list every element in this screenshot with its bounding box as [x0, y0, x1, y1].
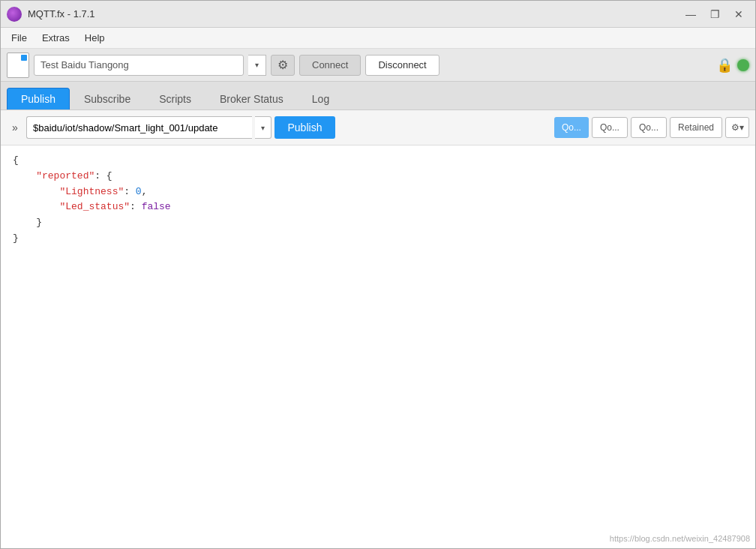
disconnect-button[interactable]: Disconnect [365, 55, 439, 76]
new-connection-button[interactable] [7, 52, 29, 78]
menu-bar: File Extras Help [1, 28, 755, 49]
restore-button[interactable]: ❐ [704, 7, 725, 22]
editor-area[interactable]: { "reported": { "Lightness": 0, "Led_sta… [1, 146, 755, 548]
topic-bar: » ▾ Publish Qo... Qo... Qo... Retained ⚙… [1, 110, 755, 146]
qos0-button[interactable]: Qo... [554, 117, 589, 138]
tab-broker-status[interactable]: Broker Status [206, 88, 298, 110]
close-button[interactable]: ✕ [728, 7, 749, 22]
menu-help[interactable]: Help [77, 29, 112, 46]
topic-input[interactable] [26, 116, 252, 139]
connect-button[interactable]: Connect [299, 55, 361, 76]
editor-line-6: } [13, 231, 743, 247]
editor-line-2: "reported": { [13, 169, 743, 184]
profile-dropdown-button[interactable]: ▾ [248, 55, 266, 76]
qos1-button[interactable]: Qo... [592, 117, 628, 138]
settings-button[interactable]: ⚙ [271, 55, 295, 76]
menu-extras[interactable]: Extras [34, 29, 77, 46]
tab-log[interactable]: Log [298, 88, 344, 110]
options-button[interactable]: ⚙▾ [725, 117, 749, 138]
topic-dropdown-button[interactable]: ▾ [255, 116, 272, 139]
editor-line-3: "Lightness": 0, [13, 184, 743, 200]
tab-subscribe[interactable]: Subscribe [70, 88, 145, 110]
publish-area: » ▾ Publish Qo... Qo... Qo... Retained ⚙… [1, 110, 755, 548]
tab-scripts[interactable]: Scripts [145, 88, 206, 110]
watermark: https://blog.csdn.net/weixin_42487908 [610, 534, 750, 543]
editor-line-5: } [13, 215, 743, 231]
toolbar: ▾ ⚙ Connect Disconnect 🔒 [1, 49, 755, 82]
editor-line-1: { [13, 153, 743, 169]
editor-line-4: "Led_status": false [13, 200, 743, 215]
minimize-button[interactable]: — [680, 7, 701, 22]
menu-file[interactable]: File [4, 29, 34, 46]
connection-status-dot [737, 59, 749, 71]
profile-input[interactable] [34, 55, 244, 76]
title-bar: MQTT.fx - 1.7.1 — ❐ ✕ [1, 1, 755, 28]
tab-bar: Publish Subscribe Scripts Broker Status … [1, 82, 755, 110]
title-bar-text: MQTT.fx - 1.7.1 [28, 8, 680, 20]
tab-publish[interactable]: Publish [7, 88, 70, 110]
history-arrow-button[interactable]: » [7, 117, 23, 138]
publish-button[interactable]: Publish [274, 116, 336, 139]
window-controls: — ❐ ✕ [680, 7, 749, 22]
lock-icon: 🔒 [716, 57, 733, 74]
app-icon [7, 7, 22, 22]
qos2-button[interactable]: Qo... [631, 117, 667, 138]
retained-button[interactable]: Retained [670, 117, 722, 138]
